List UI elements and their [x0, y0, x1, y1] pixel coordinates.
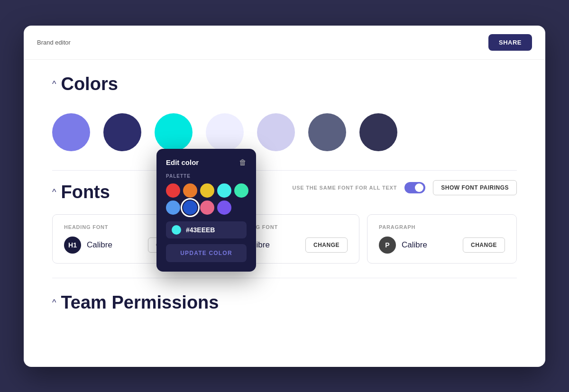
share-button[interactable]: SHARE: [488, 34, 532, 51]
color-swatch[interactable]: [359, 113, 397, 151]
same-font-label: USE THE SAME FONT FOR ALL TEXT: [292, 185, 397, 191]
fonts-title: Fonts: [61, 182, 110, 202]
team-title: Team Permissions: [61, 292, 219, 313]
paragraph-font-card: PARAGRAPH P Calibre CHANGE: [367, 214, 517, 264]
section-divider: [52, 170, 517, 171]
same-font-toggle[interactable]: [404, 182, 425, 193]
trash-icon[interactable]: 🗑: [239, 158, 247, 167]
subheading-font-change-button[interactable]: CHANGE: [305, 237, 348, 253]
colors-title: Colors: [61, 74, 118, 94]
palette-grid: [166, 183, 247, 215]
fonts-chevron-icon[interactable]: ^: [52, 187, 56, 197]
paragraph-font-label: PARAGRAPH: [379, 224, 505, 230]
heading-font-name: Calibre: [87, 240, 112, 250]
paragraph-font-change-button[interactable]: CHANGE: [463, 237, 505, 253]
palette-color[interactable]: [166, 183, 180, 198]
team-chevron-icon[interactable]: ^: [52, 298, 56, 308]
popup-header: Edit color 🗑: [166, 158, 247, 167]
colors-chevron-icon[interactable]: ^: [52, 79, 56, 89]
team-permissions-section: ^ Team Permissions: [52, 292, 517, 313]
color-swatch[interactable]: [52, 113, 90, 151]
fonts-controls: USE THE SAME FONT FOR ALL TEXT SHOW FONT…: [292, 180, 517, 195]
color-input-row: [166, 221, 247, 238]
font-cards-container: HEADING FONT H1 Calibre CHANGE SUBHEADIN…: [52, 214, 517, 264]
paragraph-font-content: P Calibre CHANGE: [379, 237, 505, 254]
color-swatch[interactable]: [257, 113, 295, 151]
app-title: Brand editor: [37, 39, 71, 46]
fonts-section: ^ Fonts USE THE SAME FONT FOR ALL TEXT S…: [52, 180, 517, 264]
fonts-section-header: ^ Fonts: [52, 182, 110, 202]
paragraph-font-icon: P: [379, 237, 396, 254]
colors-section: ^ Colors: [52, 74, 517, 165]
palette-color[interactable]: [200, 201, 214, 215]
palette-label: PALETTE: [166, 173, 247, 179]
palette-color[interactable]: [166, 201, 180, 215]
paragraph-font-info: P Calibre: [379, 237, 427, 254]
color-swatch[interactable]: [155, 113, 193, 151]
color-swatch[interactable]: [308, 113, 346, 151]
header: Brand editor SHARE: [24, 26, 545, 60]
color-swatch[interactable]: [103, 113, 141, 151]
palette-color-selected[interactable]: [183, 201, 197, 215]
paragraph-font-name: Calibre: [402, 240, 427, 250]
heading-font-icon: H1: [64, 237, 81, 254]
team-section-header: ^ Team Permissions: [52, 292, 517, 313]
palette-color[interactable]: [234, 183, 248, 198]
colors-section-header: ^ Colors: [52, 74, 517, 94]
color-preview: [172, 225, 181, 235]
color-hex-input[interactable]: [186, 226, 241, 234]
palette-color[interactable]: [183, 183, 197, 198]
update-color-button[interactable]: UPDATE COLOR: [166, 244, 247, 262]
palette-color[interactable]: [217, 201, 231, 215]
popup-title: Edit color: [166, 158, 199, 166]
edit-color-popup: Edit color 🗑 PALETTE UPDATE COLOR: [156, 149, 256, 272]
palette-color[interactable]: [200, 183, 214, 198]
app-window: Brand editor SHARE ^ Colors: [24, 26, 545, 367]
section-divider-2: [52, 278, 517, 278]
palette-color[interactable]: [217, 183, 231, 198]
color-swatch[interactable]: [206, 113, 244, 151]
color-swatches-container: [52, 109, 517, 165]
main-content: ^ Colors ^ Fonts USE T: [24, 60, 545, 341]
heading-font-info: H1 Calibre: [64, 237, 112, 254]
show-pairings-button[interactable]: SHOW FONT PAIRINGS: [433, 180, 517, 195]
